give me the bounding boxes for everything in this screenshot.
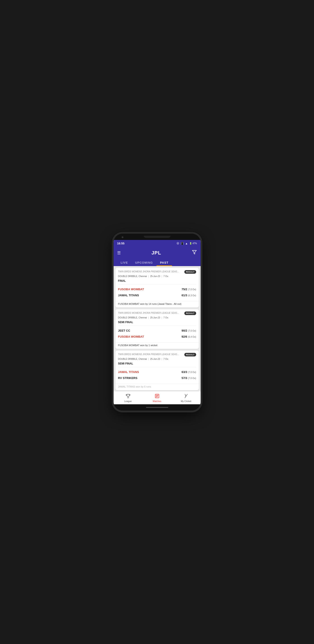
- team-name-2-1: JEET CC: [118, 329, 130, 332]
- result-text-1: FUSOBA WOMBAT won by 14 runs (Jawal Tita…: [115, 301, 199, 308]
- league-name-2: TWIN BIRDS WOMENS JHORA PREMIER LEAGUE S…: [118, 312, 183, 314]
- league-name-1: TWIN BIRDS WOMENS JHORA PREMIER LEAGUE S…: [118, 270, 183, 273]
- overs-1: 7 Ov.: [163, 275, 168, 278]
- phone-frame: 16:55 ⦿ 📳 ▲ 🔋 47% ☰ JPL LIVE UPCO: [114, 234, 201, 410]
- result-badge-1: RESULT: [184, 270, 196, 274]
- venue-date-1: DOUBLE DRIBBLE, Chennai | 25-Jun-23 | 7 …: [115, 275, 199, 279]
- team-score-3-2: 57/3 (7.0 Ov): [181, 376, 196, 380]
- svg-marker-0: [192, 250, 196, 254]
- phone-top-bar: [114, 234, 201, 240]
- overs-2: 7 Ov.: [163, 316, 168, 319]
- team-score-1-2: 61/3 (6.3 Ov): [181, 294, 196, 297]
- phone-bottom: [114, 404, 201, 410]
- league-name-3: TWIN BIRDS WOMENS JHORA PREMIER LEAGUE S…: [118, 353, 183, 356]
- team-name-1-1: FUSOBA WOMBAT: [118, 288, 144, 291]
- camera-dot: [122, 236, 123, 238]
- venue-2: DOUBLE DRIBBLE, Chennai: [118, 316, 147, 319]
- tabs-bar: LIVE UPCOMING PAST: [114, 259, 201, 266]
- teams-section-1: FUSOBA WOMBAT 75/2 (7.0 Ov) JAWAL TITANS…: [115, 284, 199, 300]
- match-card-1[interactable]: TWIN BIRDS WOMENS JHORA PREMIER LEAGUE S…: [115, 268, 199, 308]
- card-header-3: TWIN BIRDS WOMENS JHORA PREMIER LEAGUE S…: [115, 350, 199, 358]
- tab-upcoming[interactable]: UPCOMING: [132, 259, 157, 266]
- team-name-2-2: FUSOBA WOMBAT: [118, 335, 144, 338]
- team-score-3-1: 63/3 (7.0 Ov): [181, 370, 196, 374]
- menu-icon[interactable]: ☰: [117, 250, 121, 255]
- app-header: ☰ JPL: [114, 247, 201, 259]
- team-row-3-1: JAWAL TITANS 63/3 (7.0 Ov): [118, 369, 196, 375]
- content-area: TWIN BIRDS WOMENS JHORA PREMIER LEAGUE S…: [114, 266, 201, 391]
- nav-mycricket-label: My Cricket: [181, 400, 191, 402]
- tab-past[interactable]: PAST: [157, 259, 172, 266]
- match-stage-2: SEMI FINAL: [115, 320, 199, 326]
- match-card-3[interactable]: TWIN BIRDS WOMENS JHORA PREMIER LEAGUE S…: [115, 350, 199, 390]
- circle-icon: ⦿: [176, 242, 179, 245]
- svg-line-8: [185, 395, 186, 396]
- result-badge-2: RESULT: [184, 312, 196, 315]
- card-header-1: TWIN BIRDS WOMENS JHORA PREMIER LEAGUE S…: [115, 268, 199, 275]
- venue-3: DOUBLE DRIBBLE, Chennai: [118, 358, 147, 360]
- team-score-2-1: 90/2 (7.0 Ov): [181, 329, 196, 332]
- cricket-icon: [184, 394, 189, 400]
- status-bar: 16:55 ⦿ 📳 ▲ 🔋 47%: [114, 240, 201, 247]
- vibrate-icon: 📳: [180, 242, 184, 245]
- bottom-nav: League Matches: [114, 391, 201, 404]
- trophy-icon: [126, 394, 131, 400]
- date-3: 25-Jun-23: [150, 358, 160, 360]
- status-time: 16:55: [117, 242, 125, 245]
- result-text-2: FUSOBA WOMBAT won by 1 wicket: [115, 342, 199, 349]
- match-card-2[interactable]: TWIN BIRDS WOMENS JHORA PREMIER LEAGUE S…: [115, 309, 199, 349]
- date-1: 25-Jun-23: [150, 275, 160, 278]
- team-row-1-2: JAWAL TITANS 61/3 (6.3 Ov): [118, 292, 196, 298]
- team-name-1-2: JAWAL TITANS: [118, 294, 139, 297]
- app-title: JPL: [152, 250, 161, 256]
- nav-league-label: League: [124, 400, 132, 402]
- team-row-3-2: RV STRIKERS 57/3 (7.0 Ov): [118, 375, 196, 381]
- nav-mycricket[interactable]: My Cricket: [172, 394, 201, 402]
- team-row-2-2: FUSOBA WOMBAT 92/6 (6.4 Ov): [118, 334, 196, 340]
- venue-date-2: DOUBLE DRIBBLE, Chennai | 25-Jun-23 | 7 …: [115, 316, 199, 320]
- svg-line-7: [185, 394, 186, 396]
- card-header-2: TWIN BIRDS WOMENS JHORA PREMIER LEAGUE S…: [115, 309, 199, 316]
- match-stage-1: FINAL: [115, 279, 199, 284]
- wifi-icon: ▲: [185, 242, 188, 245]
- result-text-3: JAWAL TITANS won by 6 runs: [115, 384, 199, 390]
- nav-matches-label: Matches: [153, 400, 161, 402]
- svg-point-1: [128, 395, 128, 395]
- teams-section-3: JAWAL TITANS 63/3 (7.0 Ov) RV STRIKERS 5…: [115, 367, 199, 383]
- teams-section-2: JEET CC 90/2 (7.0 Ov) FUSOBA WOMBAT 92/6…: [115, 326, 199, 342]
- matches-icon: [155, 394, 159, 400]
- filter-icon[interactable]: [192, 250, 197, 256]
- team-row-1-1: FUSOBA WOMBAT 75/2 (7.0 Ov): [118, 286, 196, 292]
- nav-league[interactable]: League: [114, 394, 143, 402]
- phone-notch: [144, 236, 170, 238]
- team-score-2-2: 92/6 (6.4 Ov): [181, 335, 196, 338]
- nav-matches[interactable]: Matches: [143, 394, 172, 402]
- venue-1: DOUBLE DRIBBLE, Chennai: [118, 275, 147, 278]
- venue-date-3: DOUBLE DRIBBLE, Chennai | 25-Jun-23 | 7 …: [115, 358, 199, 362]
- match-stage-3: SEMI FINAL: [115, 362, 199, 367]
- overs-3: 7 Ov.: [163, 358, 168, 360]
- status-icons: ⦿ 📳 ▲ 🔋 47%: [176, 242, 197, 245]
- result-badge-3: RESULT: [184, 353, 196, 356]
- team-name-3-1: JAWAL TITANS: [118, 370, 139, 374]
- team-score-1-1: 75/2 (7.0 Ov): [181, 288, 196, 291]
- team-name-3-2: RV STRIKERS: [118, 376, 138, 380]
- date-2: 25-Jun-23: [150, 316, 160, 319]
- team-row-2-1: JEET CC 90/2 (7.0 Ov): [118, 328, 196, 334]
- home-indicator: [146, 407, 168, 408]
- battery-icon: 🔋 47%: [189, 242, 197, 245]
- screen: 16:55 ⦿ 📳 ▲ 🔋 47% ☰ JPL LIVE UPCO: [114, 240, 201, 404]
- tab-live[interactable]: LIVE: [117, 259, 132, 266]
